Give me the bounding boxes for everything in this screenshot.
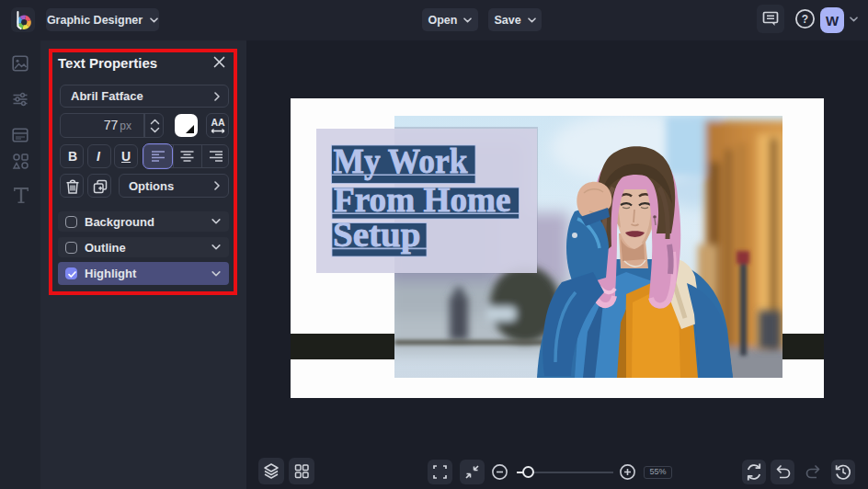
svg-text:?: ? xyxy=(802,13,808,26)
